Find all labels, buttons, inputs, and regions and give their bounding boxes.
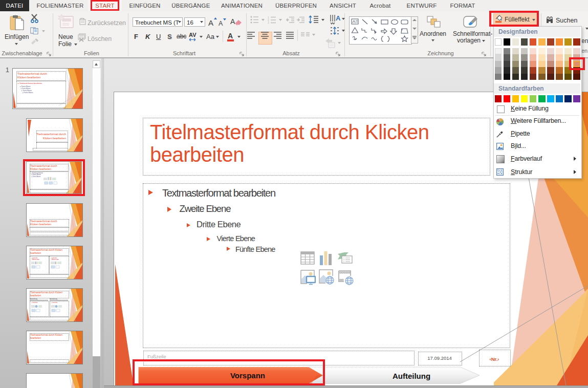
svg-text:3: 3: [268, 21, 269, 24]
svg-text:A: A: [336, 14, 341, 22]
svg-text:A: A: [353, 19, 356, 24]
